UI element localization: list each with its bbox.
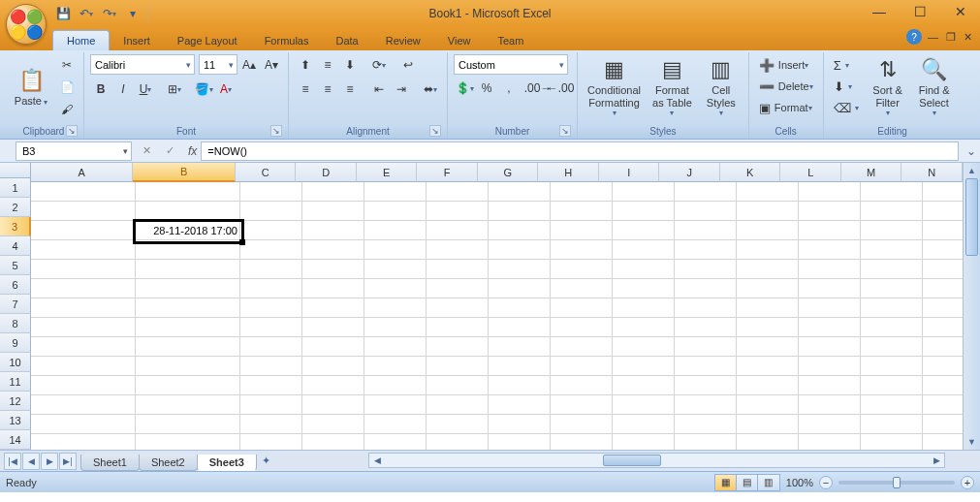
sheet-tab-sheet2[interactable]: Sheet2 bbox=[139, 455, 198, 471]
column-header-g[interactable]: G bbox=[478, 163, 539, 182]
border-button[interactable]: ⊞ bbox=[164, 78, 185, 100]
merge-button[interactable]: ⬌ bbox=[420, 78, 441, 100]
column-header-l[interactable]: L bbox=[780, 163, 841, 182]
horizontal-scrollbar[interactable]: ◀ ▶ bbox=[368, 453, 945, 468]
font-size-combo[interactable]: 11 bbox=[199, 54, 237, 75]
fill-button[interactable]: ⬇ bbox=[830, 76, 863, 97]
column-header-a[interactable]: A bbox=[31, 163, 133, 182]
format-painter-icon[interactable]: 🖌 bbox=[56, 99, 78, 120]
scroll-down-icon[interactable]: ▼ bbox=[964, 434, 980, 450]
enter-formula-icon[interactable]: ✓ bbox=[159, 141, 180, 161]
conditional-formatting-button[interactable]: ▦Conditional Formatting bbox=[584, 54, 645, 120]
new-sheet-button[interactable]: ✦ bbox=[256, 455, 277, 467]
number-launcher[interactable]: ↘ bbox=[559, 125, 571, 137]
align-top-icon[interactable]: ⬆ bbox=[295, 54, 316, 76]
row-header-4[interactable]: 4 bbox=[0, 236, 31, 256]
maximize-button[interactable]: ☐ bbox=[906, 2, 933, 21]
row-header-13[interactable]: 13 bbox=[0, 411, 31, 430]
column-header-m[interactable]: M bbox=[841, 163, 902, 182]
insert-cells-button[interactable]: ➕Insert bbox=[755, 54, 817, 76]
row-header-9[interactable]: 9 bbox=[0, 333, 31, 353]
formula-input[interactable]: =NOW() bbox=[201, 141, 959, 161]
row-header-6[interactable]: 6 bbox=[0, 275, 31, 295]
scroll-left-icon[interactable]: ◀ bbox=[369, 455, 385, 465]
restore-workbook-button[interactable]: ❐ bbox=[944, 31, 958, 44]
column-header-b[interactable]: B bbox=[133, 163, 235, 182]
decrease-indent-icon[interactable]: ⇤ bbox=[368, 78, 390, 100]
row-header-8[interactable]: 8 bbox=[0, 314, 31, 333]
sheet-tab-sheet1[interactable]: Sheet1 bbox=[80, 455, 140, 471]
row-header-3[interactable]: 3 bbox=[0, 217, 31, 236]
next-sheet-button[interactable]: ▶ bbox=[41, 453, 58, 470]
clear-button[interactable]: ⌫ bbox=[830, 97, 863, 118]
close-workbook-button[interactable]: ✕ bbox=[962, 31, 974, 44]
decrease-font-icon[interactable]: A▾ bbox=[261, 54, 282, 76]
close-button[interactable]: ✕ bbox=[947, 2, 974, 21]
paste-button[interactable]: 📋 Paste bbox=[10, 54, 52, 120]
row-header-10[interactable]: 10 bbox=[0, 353, 31, 372]
column-header-e[interactable]: E bbox=[357, 163, 418, 182]
fill-handle[interactable] bbox=[239, 239, 245, 245]
qat-customize-icon[interactable]: ▾ bbox=[122, 3, 143, 24]
bold-button[interactable]: B bbox=[90, 78, 111, 100]
alignment-launcher[interactable]: ↘ bbox=[429, 125, 441, 137]
prev-sheet-button[interactable]: ◀ bbox=[22, 453, 40, 470]
column-header-i[interactable]: I bbox=[599, 163, 660, 182]
font-name-combo[interactable]: Calibri bbox=[90, 54, 195, 75]
undo-icon[interactable]: ↶ bbox=[76, 3, 97, 24]
format-as-table-button[interactable]: ▤Format as Table bbox=[648, 54, 696, 120]
delete-cells-button[interactable]: ➖Delete bbox=[755, 76, 817, 97]
sheet-tab-sheet3[interactable]: Sheet3 bbox=[197, 455, 257, 471]
zoom-percent[interactable]: 100% bbox=[786, 477, 813, 488]
orientation-icon[interactable]: ⟳ bbox=[368, 54, 390, 76]
column-header-f[interactable]: F bbox=[417, 163, 478, 182]
hscroll-thumb[interactable] bbox=[603, 455, 661, 466]
row-header-7[interactable]: 7 bbox=[0, 295, 31, 314]
find-select-button[interactable]: 🔍Find & Select bbox=[913, 54, 956, 120]
number-format-combo[interactable]: Custom bbox=[454, 54, 568, 75]
fx-label-icon[interactable]: fx bbox=[184, 144, 201, 158]
align-left-icon[interactable]: ≡ bbox=[295, 78, 316, 100]
increase-font-icon[interactable]: A▴ bbox=[238, 54, 260, 76]
zoom-in-button[interactable]: + bbox=[961, 476, 974, 489]
autosum-button[interactable]: Σ bbox=[830, 54, 863, 76]
percent-format-icon[interactable]: % bbox=[476, 78, 497, 99]
tab-review[interactable]: Review bbox=[372, 31, 434, 50]
select-all-button[interactable] bbox=[0, 163, 31, 178]
cut-icon[interactable]: ✂ bbox=[56, 54, 78, 76]
tab-page-layout[interactable]: Page Layout bbox=[164, 31, 251, 50]
vertical-scrollbar[interactable]: ▲ ▼ bbox=[963, 163, 980, 450]
format-cells-button[interactable]: ▣Format bbox=[755, 97, 817, 118]
column-header-d[interactable]: D bbox=[296, 163, 357, 182]
redo-icon[interactable]: ↷ bbox=[99, 3, 120, 24]
vscroll-thumb[interactable] bbox=[965, 178, 978, 256]
scroll-up-icon[interactable]: ▲ bbox=[964, 163, 980, 178]
column-header-k[interactable]: K bbox=[720, 163, 781, 182]
column-header-h[interactable]: H bbox=[538, 163, 599, 182]
column-header-c[interactable]: C bbox=[236, 163, 297, 182]
row-header-1[interactable]: 1 bbox=[0, 178, 31, 198]
column-header-n[interactable]: N bbox=[901, 163, 963, 182]
align-center-icon[interactable]: ≡ bbox=[317, 78, 338, 100]
tab-team[interactable]: Team bbox=[484, 31, 537, 50]
cells-area[interactable]: 28-11-2018 17:00 bbox=[31, 182, 963, 450]
minimize-button[interactable]: — bbox=[866, 2, 893, 21]
office-button[interactable]: 🔴🟢🟡🔵 bbox=[6, 4, 47, 45]
clipboard-launcher[interactable]: ↘ bbox=[66, 125, 78, 137]
row-header-12[interactable]: 12 bbox=[0, 392, 31, 411]
zoom-out-button[interactable]: − bbox=[819, 476, 833, 489]
align-middle-icon[interactable]: ≡ bbox=[317, 54, 338, 76]
expand-formula-bar-icon[interactable]: ⌄ bbox=[963, 144, 980, 158]
align-right-icon[interactable]: ≡ bbox=[339, 78, 361, 100]
row-header-11[interactable]: 11 bbox=[0, 372, 31, 392]
help-icon[interactable]: ? bbox=[906, 29, 922, 45]
save-icon[interactable]: 💾 bbox=[52, 3, 74, 24]
align-bottom-icon[interactable]: ⬇ bbox=[339, 54, 361, 76]
tab-insert[interactable]: Insert bbox=[110, 31, 164, 50]
tab-data[interactable]: Data bbox=[322, 31, 371, 50]
name-box[interactable]: B3 bbox=[16, 141, 132, 161]
accounting-format-icon[interactable]: 💲 bbox=[454, 78, 475, 99]
page-break-view-button[interactable]: ▥ bbox=[758, 475, 779, 490]
tab-view[interactable]: View bbox=[434, 31, 485, 50]
scroll-right-icon[interactable]: ▶ bbox=[929, 455, 944, 465]
